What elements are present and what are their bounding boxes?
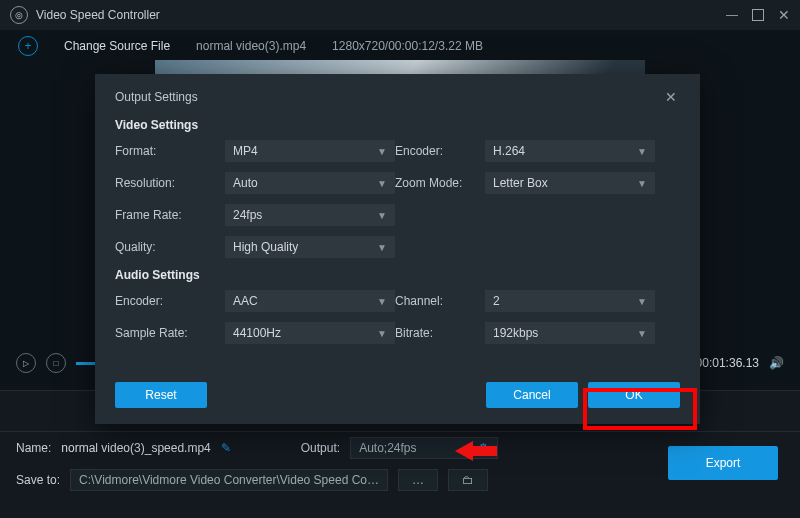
chevron-down-icon: ▼ [377, 242, 387, 253]
audio-encoder-select[interactable]: AAC▼ [225, 290, 395, 312]
zoom-mode-label: Zoom Mode: [395, 176, 485, 190]
toolbar: + Change Source File normal video(3).mp4… [0, 30, 800, 62]
stop-icon[interactable]: □ [46, 353, 66, 373]
chevron-down-icon: ▼ [377, 146, 387, 157]
chevron-down-icon: ▼ [377, 328, 387, 339]
open-folder-icon[interactable]: 🗀 [448, 469, 488, 491]
chevron-down-icon: ▼ [637, 296, 647, 307]
output-settings-dialog: Output Settings ✕ Video Settings Format:… [95, 74, 700, 424]
frame-rate-select[interactable]: 24fps▼ [225, 204, 395, 226]
chevron-down-icon: ▼ [377, 296, 387, 307]
cancel-button[interactable]: Cancel [486, 382, 578, 408]
video-encoder-select[interactable]: H.264▼ [485, 140, 655, 162]
change-source-link[interactable]: Change Source File [64, 39, 170, 53]
format-select[interactable]: MP4▼ [225, 140, 395, 162]
name-value: normal video(3)_speed.mp4 [61, 441, 210, 455]
dialog-title: Output Settings [115, 90, 198, 104]
source-filename: normal video(3).mp4 [196, 39, 306, 53]
sample-rate-label: Sample Rate: [115, 326, 225, 340]
dialog-close-icon[interactable]: ✕ [662, 88, 680, 106]
save-path-field[interactable]: C:\Vidmore\Vidmore Video Converter\Video… [70, 469, 388, 491]
frame-rate-label: Frame Rate: [115, 208, 225, 222]
titlebar: ◎ Video Speed Controller — ✕ [0, 0, 800, 30]
minimize-icon[interactable]: — [726, 8, 738, 22]
save-to-label: Save to: [16, 473, 60, 487]
reset-button[interactable]: Reset [115, 382, 207, 408]
channel-label: Channel: [395, 294, 485, 308]
source-meta: 1280x720/00:00:12/3.22 MB [332, 39, 483, 53]
zoom-mode-select[interactable]: Letter Box▼ [485, 172, 655, 194]
browse-button[interactable]: … [398, 469, 438, 491]
sample-rate-select[interactable]: 44100Hz▼ [225, 322, 395, 344]
annotation-ok-highlight [583, 388, 697, 430]
bitrate-label: Bitrate: [395, 326, 485, 340]
output-label: Output: [301, 441, 340, 455]
chevron-down-icon: ▼ [377, 210, 387, 221]
app-logo-icon: ◎ [10, 6, 28, 24]
video-settings-header: Video Settings [115, 118, 680, 132]
chevron-down-icon: ▼ [637, 328, 647, 339]
edit-name-icon[interactable]: ✎ [221, 441, 231, 455]
audio-settings-header: Audio Settings [115, 268, 680, 282]
app-title: Video Speed Controller [36, 8, 160, 22]
quality-label: Quality: [115, 240, 225, 254]
name-label: Name: [16, 441, 51, 455]
resolution-select[interactable]: Auto▼ [225, 172, 395, 194]
chevron-down-icon: ▼ [377, 178, 387, 189]
resolution-label: Resolution: [115, 176, 225, 190]
channel-select[interactable]: 2▼ [485, 290, 655, 312]
time-readout: 00:01:36.13 [696, 356, 759, 370]
play-icon[interactable]: ▷ [16, 353, 36, 373]
export-button[interactable]: Export [668, 446, 778, 480]
video-encoder-label: Encoder: [395, 144, 485, 158]
maximize-icon[interactable] [752, 9, 764, 21]
bitrate-select[interactable]: 192kbps▼ [485, 322, 655, 344]
quality-select[interactable]: High Quality▼ [225, 236, 395, 258]
annotation-arrow-icon [455, 438, 497, 464]
close-icon[interactable]: ✕ [778, 7, 790, 23]
audio-encoder-label: Encoder: [115, 294, 225, 308]
format-label: Format: [115, 144, 225, 158]
chevron-down-icon: ▼ [637, 146, 647, 157]
svg-marker-0 [455, 441, 497, 461]
add-file-icon[interactable]: + [18, 36, 38, 56]
output-value: Auto;24fps [359, 441, 416, 455]
chevron-down-icon: ▼ [637, 178, 647, 189]
save-path-value: C:\Vidmore\Vidmore Video Converter\Video… [79, 473, 379, 487]
volume-icon[interactable]: 🔊 [769, 356, 784, 370]
